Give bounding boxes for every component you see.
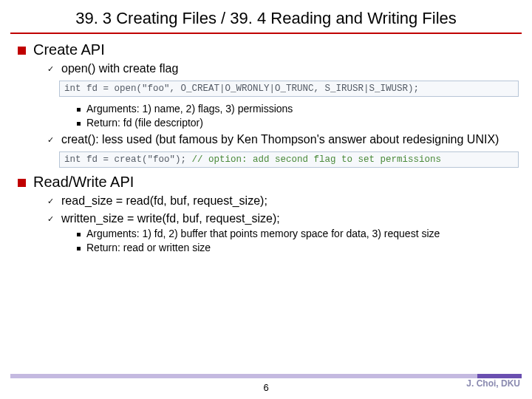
item-read-text: read_size = read(fd, buf, request_size);	[61, 194, 267, 208]
rw-return-text: Return: read or written size	[86, 242, 211, 255]
rw-args: Arguments: 1) fd, 2) buffer that points …	[77, 228, 519, 241]
section-create-api: Create API	[18, 41, 519, 58]
item-open: ✓ open() with create flag	[47, 61, 519, 76]
slide: 39. 3 Creating Files / 39. 4 Reading and…	[0, 0, 532, 399]
code-creat: int fd = creat("foo"); // option: add se…	[59, 151, 519, 168]
section-readwrite-api: Read/Write API	[18, 174, 519, 191]
code-open-b: "foo"	[142, 83, 170, 94]
page-number: 6	[0, 382, 532, 393]
item-write: ✓ written_size = write(fd, buf, request_…	[47, 211, 519, 226]
author-label: J. Choi, DKU	[466, 378, 520, 389]
footer-bar	[10, 374, 522, 378]
open-args-text: Arguments: 1) name, 2) flags, 3) permiss…	[86, 103, 293, 116]
code-open-a: int fd = open(	[64, 83, 142, 94]
slide-title: 39. 3 Creating Files / 39. 4 Reading and…	[0, 4, 532, 33]
mini-square-icon	[77, 122, 81, 126]
content-area: Create API ✓ open() with create flag int…	[0, 41, 532, 254]
open-return-text: Return: fd (file descriptor)	[86, 117, 203, 130]
footer-bar-light	[10, 374, 477, 378]
section2-heading: Read/Write API	[33, 174, 134, 191]
check-icon: ✓	[47, 197, 54, 206]
title-underline	[10, 33, 522, 34]
code-creat-comment: // option: add second flag to set permis…	[192, 154, 442, 165]
square-bullet-icon	[18, 47, 26, 55]
section1-heading: Create API	[33, 41, 105, 58]
code-creat-b: "foo"	[148, 154, 176, 165]
mini-square-icon	[77, 108, 81, 112]
mini-square-icon	[77, 247, 81, 250]
item-open-text: open() with create flag	[61, 61, 178, 76]
rw-return: Return: read or written size	[77, 242, 519, 255]
open-args: Arguments: 1) name, 2) flags, 3) permiss…	[77, 103, 519, 116]
code-creat-c: );	[175, 154, 192, 165]
item-write-text: written_size = write(fd, buf, request_si…	[61, 211, 280, 226]
code-creat-a: int fd = creat(	[64, 154, 148, 165]
open-return: Return: fd (file descriptor)	[77, 117, 519, 130]
rw-args-text: Arguments: 1) fd, 2) buffer that points …	[86, 228, 440, 241]
mini-square-icon	[77, 233, 81, 236]
item-creat-text: creat(): less used (but famous by Ken Th…	[61, 132, 499, 147]
check-icon: ✓	[47, 214, 54, 224]
item-creat: ✓ creat(): less used (but famous by Ken …	[47, 132, 519, 147]
code-open: int fd = open("foo", O_CREAT|O_WRONLY|O_…	[59, 81, 519, 97]
item-read: ✓ read_size = read(fd, buf, request_size…	[47, 194, 519, 208]
check-icon: ✓	[47, 135, 54, 145]
check-icon: ✓	[47, 64, 54, 74]
code-open-c: , O_CREAT|O_WRONLY|O_TRUNC, S_IRUSR|S_IW…	[170, 83, 420, 94]
square-bullet-icon	[18, 179, 26, 187]
